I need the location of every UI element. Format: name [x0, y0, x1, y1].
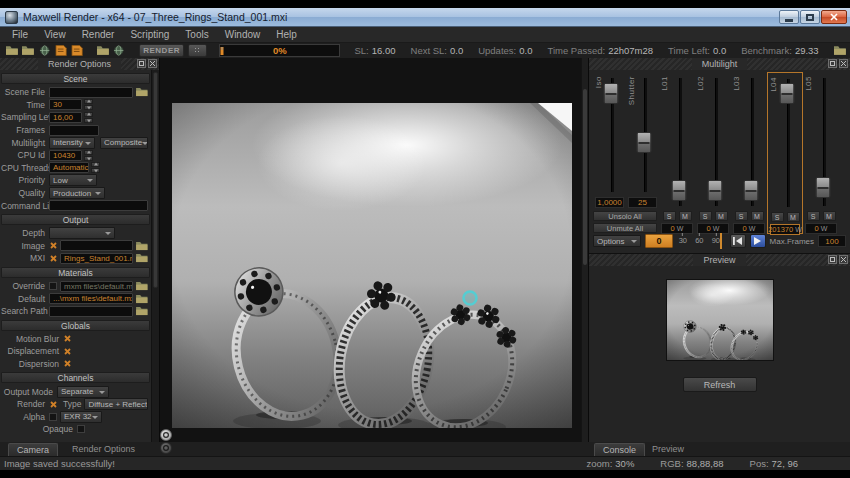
mute-button[interactable]: M — [751, 211, 764, 221]
preview-header[interactable]: Preview — [589, 254, 850, 266]
slider-thumb[interactable] — [707, 180, 722, 201]
mute-button[interactable]: M — [679, 211, 692, 221]
close-icon[interactable] — [148, 59, 157, 68]
slider-thumb[interactable] — [779, 83, 794, 104]
close-icon[interactable] — [839, 59, 848, 68]
network-render-icon[interactable] — [39, 45, 51, 56]
rendered-image[interactable] — [172, 103, 572, 428]
x-toggle-icon[interactable] — [64, 348, 71, 355]
undock-icon[interactable] — [828, 255, 837, 264]
frames-input[interactable] — [49, 125, 99, 136]
menu-render[interactable]: Render — [74, 27, 123, 43]
menu-view[interactable]: View — [36, 27, 74, 43]
network-monitor-icon[interactable] — [113, 45, 125, 56]
viewport-scrollbar[interactable] — [581, 58, 588, 442]
spin-down-button[interactable] — [84, 118, 93, 123]
mute-button[interactable]: M — [823, 211, 836, 221]
folder-icon[interactable] — [136, 281, 148, 291]
undock-icon[interactable] — [828, 59, 837, 68]
tab-render-options[interactable]: Render Options — [72, 443, 135, 456]
multilight-select[interactable]: Intensity — [49, 137, 95, 149]
minimize-button[interactable] — [779, 10, 799, 24]
mxi-path-input[interactable]: Rings_Stand_001.mxi — [60, 253, 133, 264]
sampling-level-input[interactable]: 16,00 — [49, 112, 82, 123]
override-checkbox[interactable] — [49, 282, 57, 290]
tab-preview[interactable]: Preview — [652, 443, 684, 456]
slider-thumb[interactable] — [671, 180, 686, 201]
open-mxi-icon[interactable] — [22, 45, 34, 56]
x-toggle-icon[interactable] — [64, 335, 71, 342]
browse-output-icon[interactable] — [834, 45, 846, 56]
folder-icon[interactable] — [136, 87, 148, 97]
shutter-value[interactable]: 25 — [628, 197, 657, 208]
tab-camera[interactable]: Camera — [8, 443, 58, 456]
render-button[interactable]: RENDER — [139, 44, 184, 57]
folder-icon[interactable] — [136, 306, 148, 316]
x-toggle-icon[interactable] — [50, 255, 57, 262]
spin-down-button[interactable] — [84, 156, 93, 161]
l04-slider[interactable]: L04 — [768, 73, 802, 211]
command-line-input[interactable] — [49, 200, 148, 211]
multilight-header[interactable]: Multilight — [589, 58, 850, 70]
alpha-checkbox[interactable] — [49, 413, 57, 421]
output-mode-select[interactable]: Separate — [57, 386, 109, 398]
maximize-button[interactable] — [800, 10, 820, 24]
spin-up-button[interactable] — [91, 162, 100, 167]
preview-thumbnail[interactable] — [666, 279, 774, 361]
folder-icon[interactable] — [136, 294, 148, 304]
left-panel-scrollbar[interactable] — [151, 70, 159, 442]
depth-select[interactable] — [49, 227, 115, 239]
solo-button[interactable]: S — [735, 211, 748, 221]
render-type-select[interactable]: Diffuse + Reflections — [84, 398, 148, 410]
solo-button[interactable]: S — [699, 211, 712, 221]
close-button[interactable] — [821, 10, 847, 24]
current-frame-box[interactable]: 0 — [645, 234, 673, 248]
render-options-header[interactable]: Render Options — [0, 58, 159, 70]
slider-thumb[interactable] — [743, 180, 758, 201]
solo-button[interactable]: S — [771, 212, 784, 222]
open-mxs-icon[interactable] — [6, 45, 18, 56]
timeline-playhead[interactable] — [720, 233, 722, 249]
title-bar[interactable]: Maxwell Render - x64 - 07_Three_Rings_St… — [0, 8, 850, 27]
iso-slider[interactable]: Iso — [593, 72, 626, 196]
x-toggle-icon[interactable] — [50, 242, 57, 249]
menu-window[interactable]: Window — [217, 27, 269, 43]
override-path-input[interactable]: mxm files\default.mxm — [60, 281, 133, 292]
menu-file[interactable]: File — [4, 27, 36, 43]
slider-thumb[interactable] — [815, 177, 830, 198]
slider-thumb[interactable] — [604, 83, 619, 104]
time-input[interactable]: 30 — [49, 99, 82, 110]
solo-button[interactable]: S — [807, 211, 820, 221]
scene-file-input[interactable] — [49, 87, 133, 98]
l01-slider[interactable]: L01 — [659, 72, 695, 210]
skip-to-start-button[interactable] — [730, 234, 746, 248]
multilight-mode-select[interactable]: Composite — [100, 137, 148, 149]
search-path-input[interactable] — [49, 306, 133, 317]
quality-select[interactable]: Production — [49, 187, 105, 199]
spin-up-button[interactable] — [84, 150, 93, 155]
shutter-slider[interactable]: Shutter — [626, 72, 659, 196]
spin-down-button[interactable] — [91, 168, 100, 173]
options-select[interactable]: Options — [593, 235, 641, 247]
export-image-icon[interactable] — [71, 45, 83, 56]
folder-icon[interactable] — [136, 253, 148, 263]
l03-slider[interactable]: L03 — [731, 72, 767, 210]
folder-icon[interactable] — [136, 241, 148, 251]
undock-icon[interactable] — [137, 59, 146, 68]
scrollbar-thumb[interactable] — [583, 89, 587, 266]
resume-options-button[interactable] — [188, 44, 207, 57]
cpu-id-input[interactable]: 10430 — [49, 150, 82, 161]
spin-up-button[interactable] — [84, 112, 93, 117]
l02-slider[interactable]: L02 — [695, 72, 731, 210]
x-toggle-icon[interactable] — [50, 401, 57, 408]
mute-button[interactable]: M — [715, 211, 728, 221]
viewport-overlay-button-bottom[interactable] — [160, 442, 172, 454]
alpha-format-select[interactable]: EXR 32 — [60, 411, 102, 423]
menu-scripting[interactable]: Scripting — [122, 27, 177, 43]
render-viewport[interactable] — [160, 58, 588, 442]
menu-tools[interactable]: Tools — [177, 27, 216, 43]
default-path-input[interactable]: ...\mxm files\default.mxm — [49, 293, 133, 304]
open-mxm-icon[interactable] — [97, 45, 109, 56]
scrollbar-thumb[interactable] — [153, 72, 158, 288]
play-button[interactable] — [750, 234, 766, 248]
